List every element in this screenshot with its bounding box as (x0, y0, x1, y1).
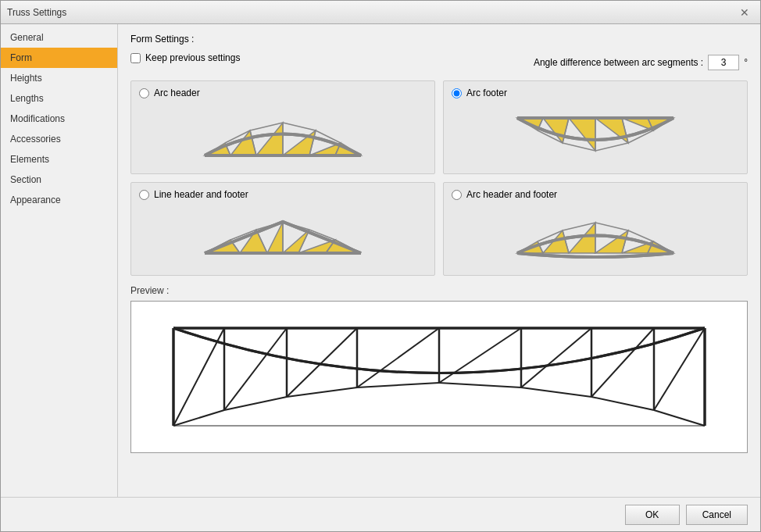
svg-line-83 (287, 387, 357, 397)
radio-arc-footer[interactable] (452, 88, 462, 98)
sidebar-item-form[interactable]: Form (1, 48, 117, 68)
sidebar-item-lengths[interactable]: Lengths (1, 88, 117, 109)
keep-previous-row: Keep previous settings (130, 52, 240, 63)
option-arc-hf-label: Arc header and footer (452, 189, 739, 200)
sidebar-item-heights[interactable]: Heights (1, 68, 117, 88)
sidebar-item-modifications[interactable]: Modifications (1, 109, 117, 129)
cancel-button[interactable]: Cancel (686, 505, 748, 525)
angle-unit: ° (744, 57, 748, 68)
angle-diff-label: Angle difference between arc segments : (534, 57, 703, 68)
sidebar: General Form Heights Lengths Modificatio… (1, 24, 118, 497)
svg-line-65 (595, 223, 628, 230)
options-grid: Arc header (130, 80, 748, 276)
arc-footer-svg (452, 105, 739, 167)
form-settings-heading: Form Settings : (130, 34, 748, 45)
keep-previous-label: Keep previous settings (145, 52, 240, 63)
option-arc-header: Arc header (130, 80, 435, 174)
sidebar-item-section[interactable]: Section (1, 170, 117, 190)
keep-previous-checkbox[interactable] (130, 53, 141, 63)
angle-group: Angle difference between arc segments : … (534, 55, 748, 70)
angle-input[interactable] (708, 55, 739, 70)
arc-header-footer-text: Arc header and footer (466, 189, 557, 200)
svg-line-97 (654, 410, 705, 426)
preview-label: Preview : (130, 285, 748, 296)
svg-line-76 (173, 328, 224, 426)
option-arc-header-label: Arc header (139, 87, 427, 98)
svg-marker-46 (283, 230, 309, 253)
preview-canvas (130, 301, 748, 453)
bottom-bar: OK Cancel (1, 497, 760, 531)
svg-line-86 (357, 383, 439, 387)
top-controls: Keep previous settings Angle difference … (130, 52, 748, 73)
main-panel: Form Settings : Keep previous settings A… (118, 24, 760, 497)
option-line-header-footer: Line header and footer (130, 182, 435, 276)
arc-hf-svg (452, 206, 739, 269)
main-window: Truss Settings ✕ General Form Heights Le… (0, 0, 761, 532)
svg-line-95 (591, 397, 654, 410)
svg-line-92 (521, 387, 591, 397)
svg-line-89 (439, 383, 521, 387)
radio-arc-header[interactable] (139, 88, 149, 98)
svg-line-91 (521, 328, 591, 387)
content-area: General Form Heights Lengths Modificatio… (1, 24, 760, 497)
svg-line-29 (595, 143, 628, 151)
option-arc-footer: Arc footer (443, 80, 748, 174)
line-header-footer-text: Line header and footer (154, 189, 248, 200)
svg-line-85 (357, 328, 439, 387)
arc-header-text: Arc header (154, 87, 200, 98)
radio-line-header-footer[interactable] (139, 190, 149, 200)
radio-arc-header-footer[interactable] (452, 190, 462, 200)
svg-line-79 (224, 328, 287, 410)
sidebar-item-appearance[interactable]: Appearance (1, 190, 117, 210)
line-hf-svg (139, 206, 427, 269)
arc-header-svg (139, 105, 427, 167)
option-line-hf-label: Line header and footer (139, 189, 427, 200)
sidebar-item-general[interactable]: General (1, 27, 117, 48)
sidebar-item-accessories[interactable]: Accessories (1, 129, 117, 149)
svg-line-88 (439, 328, 521, 383)
window-title: Truss Settings (7, 7, 66, 18)
sidebar-item-elements[interactable]: Elements (1, 149, 117, 170)
svg-line-82 (287, 328, 357, 397)
close-button[interactable]: ✕ (735, 5, 754, 20)
preview-section: Preview : (130, 285, 748, 453)
title-bar: Truss Settings ✕ (1, 1, 760, 24)
svg-line-11 (283, 123, 316, 130)
ok-button[interactable]: OK (625, 505, 680, 525)
arc-footer-text: Arc footer (466, 87, 507, 98)
option-arc-footer-label: Arc footer (452, 87, 739, 98)
option-arc-header-footer: Arc header and footer (443, 182, 748, 276)
svg-line-94 (591, 328, 654, 397)
